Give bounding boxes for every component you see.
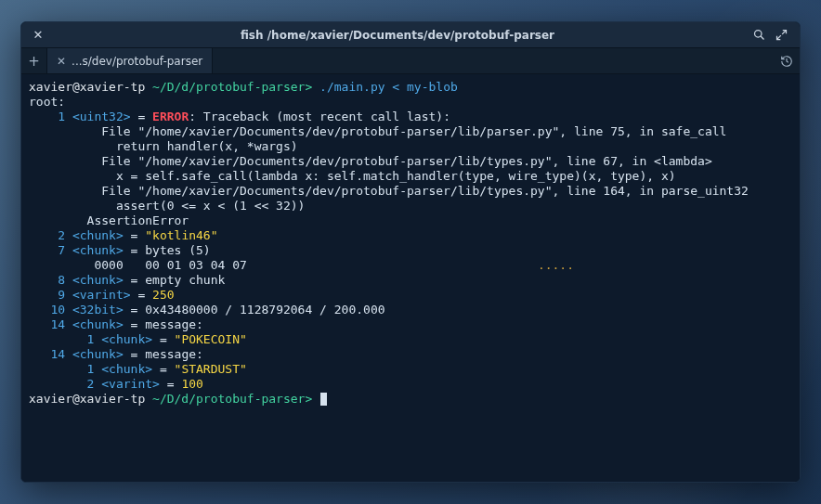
svg-line-1 bbox=[761, 36, 763, 39]
error-intro: : Traceback (most recent call last): bbox=[189, 110, 450, 123]
terminal-window: ✕ fish /home/xavier/Documents/dev/protob… bbox=[20, 21, 801, 483]
terminal-line: xavier@xavier-tp ~/D/d/protobuf-parser> bbox=[29, 392, 792, 407]
field-type: <chunk> bbox=[72, 317, 124, 331]
field-type: <chunk> bbox=[72, 243, 124, 257]
tab-spacer bbox=[213, 48, 774, 73]
tab-label: ...s/dev/protobuf-parser bbox=[72, 55, 202, 68]
terminal-line: 1 <chunk> = "POKECOIN" bbox=[29, 332, 792, 347]
field-type: <varint> bbox=[72, 288, 131, 302]
tab-close-icon[interactable]: ✕ bbox=[57, 55, 66, 68]
terminal-line: x = self.safe_call(lambda x: self.match_… bbox=[29, 169, 792, 184]
terminal-line: 14 <chunk> = message: bbox=[29, 347, 792, 362]
svg-point-0 bbox=[754, 31, 762, 38]
prompt-user-host: xavier@xavier-tp bbox=[29, 80, 152, 94]
terminal-line: File "/home/xavier/Documents/dev/protobu… bbox=[29, 124, 792, 139]
field-value: 100 bbox=[181, 377, 202, 391]
field-number: 14 bbox=[50, 347, 65, 361]
equals: = bbox=[160, 332, 167, 346]
equals: = bbox=[167, 377, 175, 391]
search-icon[interactable] bbox=[748, 28, 770, 42]
terminal-content[interactable]: xavier@xavier-tp ~/D/d/protobuf-parser> … bbox=[21, 74, 800, 482]
field-value: "STARDUST" bbox=[175, 362, 247, 376]
maximize-icon[interactable] bbox=[770, 28, 792, 42]
history-icon[interactable] bbox=[774, 48, 800, 73]
field-type: <uint32> bbox=[72, 110, 131, 123]
error-label: ERROR bbox=[152, 110, 189, 123]
terminal-line: 8 <chunk> = empty chunk bbox=[29, 273, 792, 288]
terminal-line: 2 <varint> = 100 bbox=[29, 377, 792, 392]
terminal-line: 14 <chunk> = message: bbox=[29, 317, 792, 332]
field-value: bytes (5) bbox=[145, 243, 210, 257]
hex-dump: 0000 00 01 03 04 07 bbox=[29, 258, 247, 272]
tab-active[interactable]: ✕ ...s/dev/protobuf-parser bbox=[47, 48, 213, 73]
field-type: <chunk> bbox=[101, 362, 152, 376]
terminal-line: 1 <uint32> = ERROR: Traceback (most rece… bbox=[29, 110, 792, 124]
prompt-user-host: xavier@xavier-tp bbox=[29, 392, 152, 406]
field-type: <32bit> bbox=[72, 303, 124, 317]
traceback-line: return handler(x, *wargs) bbox=[29, 139, 298, 153]
field-number: 9 bbox=[50, 288, 65, 302]
traceback-line: File "/home/xavier/Documents/dev/protobu… bbox=[29, 124, 726, 138]
field-type: <chunk> bbox=[72, 228, 124, 242]
terminal-line: 2 <chunk> = "kotlin46" bbox=[29, 228, 792, 243]
field-number: 8 bbox=[50, 273, 65, 287]
field-value: message: bbox=[145, 347, 203, 361]
field-value: empty chunk bbox=[145, 273, 225, 287]
prompt-path: ~/D/d/protobuf-parser bbox=[152, 392, 305, 406]
hex-ascii: ..... bbox=[538, 258, 574, 272]
terminal-line: return handler(x, *wargs) bbox=[29, 139, 792, 154]
terminal-line: 9 <varint> = 250 bbox=[29, 288, 792, 303]
equals: = bbox=[160, 362, 167, 376]
field-number: 14 bbox=[50, 317, 65, 331]
field-value: 0x43480000 / 1128792064 / 200.000 bbox=[145, 303, 384, 317]
prompt-symbol: > bbox=[305, 80, 319, 94]
terminal-line: 1 <chunk> = "STARDUST" bbox=[29, 362, 792, 377]
field-value: 250 bbox=[152, 288, 174, 302]
traceback-line: AssertionError bbox=[29, 213, 189, 227]
new-tab-button[interactable]: + bbox=[21, 48, 47, 73]
field-number: 10 bbox=[50, 303, 65, 317]
terminal-line: 10 <32bit> = 0x43480000 / 1128792064 / 2… bbox=[29, 303, 792, 317]
field-type: <chunk> bbox=[72, 273, 124, 287]
terminal-line: File "/home/xavier/Documents/dev/protobu… bbox=[29, 184, 792, 199]
output-root: root: bbox=[29, 95, 65, 109]
field-number: 1 bbox=[80, 332, 95, 346]
traceback-line: File "/home/xavier/Documents/dev/protobu… bbox=[29, 184, 749, 198]
field-number: 1 bbox=[80, 362, 95, 376]
field-number: 2 bbox=[50, 228, 65, 242]
terminal-line: 0000 00 01 03 04 07 ..... bbox=[29, 258, 792, 273]
terminal-line: 7 <chunk> = bytes (5) bbox=[29, 243, 792, 258]
field-value: "POKECOIN" bbox=[175, 332, 247, 346]
prompt-path: ~/D/d/protobuf-parser bbox=[152, 80, 305, 94]
field-value: "kotlin46" bbox=[145, 228, 217, 242]
tab-bar: + ✕ ...s/dev/protobuf-parser bbox=[21, 48, 800, 74]
traceback-line: x = self.safe_call(lambda x: self.match_… bbox=[29, 169, 676, 183]
field-number: 2 bbox=[80, 377, 95, 391]
terminal-line: AssertionError bbox=[29, 213, 792, 228]
terminal-line: File "/home/xavier/Documents/dev/protobu… bbox=[29, 154, 792, 169]
terminal-line: assert(0 <= x < (1 << 32)) bbox=[29, 199, 792, 213]
field-number: 7 bbox=[50, 243, 65, 257]
field-value: message: bbox=[145, 317, 203, 331]
field-type: <chunk> bbox=[101, 332, 152, 346]
cursor bbox=[320, 393, 327, 406]
prompt-symbol: > bbox=[305, 392, 319, 406]
command-text: ./main.py < my-blob bbox=[319, 80, 458, 94]
field-type: <chunk> bbox=[72, 347, 124, 361]
titlebar: ✕ fish /home/xavier/Documents/dev/protob… bbox=[21, 22, 800, 48]
window-title: fish /home/xavier/Documents/dev/protobuf… bbox=[47, 29, 748, 42]
terminal-line: root: bbox=[29, 95, 792, 110]
traceback-line: assert(0 <= x < (1 << 32)) bbox=[29, 199, 305, 213]
field-type: <varint> bbox=[101, 377, 160, 391]
traceback-line: File "/home/xavier/Documents/dev/protobu… bbox=[29, 154, 712, 168]
terminal-line: xavier@xavier-tp ~/D/d/protobuf-parser> … bbox=[29, 80, 792, 95]
field-number: 1 bbox=[50, 110, 65, 123]
close-icon[interactable]: ✕ bbox=[29, 28, 47, 42]
